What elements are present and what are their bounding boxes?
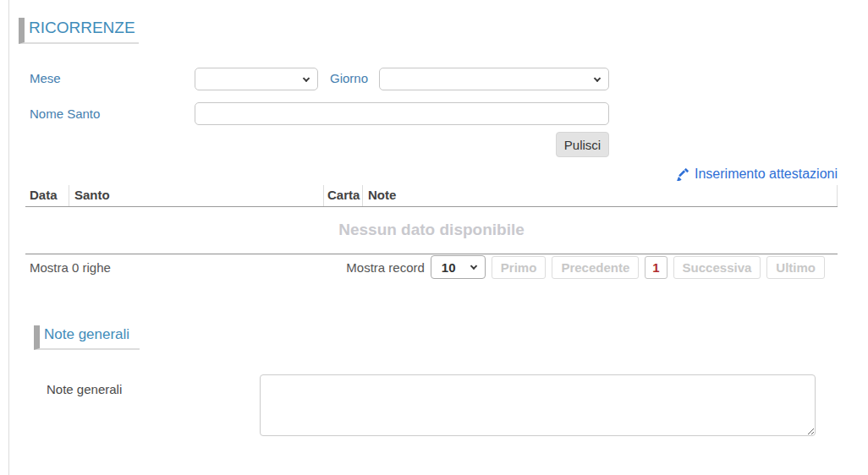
left-border-divider bbox=[8, 0, 9, 475]
page-size-label: Mostra record bbox=[346, 260, 425, 275]
ricorrenze-table: Data Santo Carta Note Nessun dato dispon… bbox=[25, 185, 838, 254]
section-title-ricorrenze: RICORRENZE bbox=[19, 18, 139, 44]
nome-santo-label: Nome Santo bbox=[30, 106, 100, 121]
pencil-icon bbox=[676, 168, 689, 181]
table-empty-message: Nessun dato disponibile bbox=[25, 207, 838, 254]
column-header-note: Note bbox=[363, 185, 838, 206]
next-page-button[interactable]: Successiva bbox=[673, 256, 761, 279]
mese-select[interactable] bbox=[195, 68, 318, 90]
last-page-button[interactable]: Ultimo bbox=[766, 256, 825, 279]
nome-santo-input[interactable] bbox=[195, 102, 609, 125]
note-generali-textarea[interactable] bbox=[260, 374, 816, 436]
mese-label: Mese bbox=[30, 71, 61, 85]
table-header-row: Data Santo Carta Note bbox=[25, 185, 838, 207]
giorno-select[interactable] bbox=[379, 68, 609, 90]
note-generali-label: Note generali bbox=[47, 382, 122, 396]
page-size-select-control[interactable]: 10 bbox=[431, 255, 486, 279]
pagination-bar: Mostra record 10 Primo Precedente 1 Succ… bbox=[346, 255, 825, 279]
column-header-data: Data bbox=[25, 185, 69, 206]
mese-select-control[interactable] bbox=[195, 68, 318, 90]
section-title-note-generali: Note generali bbox=[34, 325, 140, 350]
pulisci-button[interactable]: Pulisci bbox=[556, 132, 609, 157]
giorno-label: Giorno bbox=[330, 71, 368, 85]
inserimento-attestazioni-label: Inserimento attestazioni bbox=[695, 167, 838, 182]
rows-summary: Mostra 0 righe bbox=[30, 260, 111, 275]
column-header-santo: Santo bbox=[69, 185, 324, 206]
inserimento-attestazioni-link[interactable]: Inserimento attestazioni bbox=[676, 167, 838, 182]
first-page-button[interactable]: Primo bbox=[492, 256, 547, 279]
column-header-carta: Carta bbox=[324, 185, 363, 206]
giorno-select-control[interactable] bbox=[379, 68, 609, 90]
ricorrenze-page: RICORRENZE Mese Giorno Nome Santo Pulisc… bbox=[0, 0, 868, 475]
current-page-button[interactable]: 1 bbox=[645, 256, 667, 279]
previous-page-button[interactable]: Precedente bbox=[552, 256, 639, 279]
page-size-select[interactable]: 10 bbox=[431, 255, 486, 279]
